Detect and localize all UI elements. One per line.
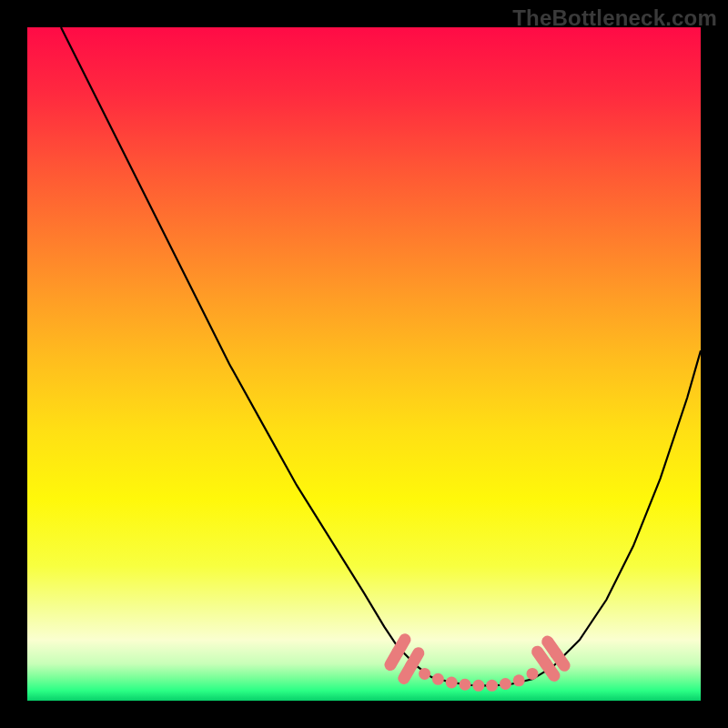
marker-dot — [513, 674, 525, 686]
marker-dot — [419, 668, 430, 680]
marker-dot — [472, 680, 484, 692]
gradient-canvas — [27, 27, 701, 701]
gradient-rect — [27, 27, 701, 701]
plot-area — [27, 27, 701, 701]
marker-dot — [446, 677, 458, 689]
marker-dot — [460, 679, 471, 691]
marker-dot — [500, 678, 511, 690]
watermark-text: TheBottleneck.com — [512, 5, 717, 31]
marker-dot — [432, 673, 444, 685]
marker-dot — [486, 680, 498, 692]
marker-dot — [527, 668, 539, 680]
chart-frame: { "watermark": "TheBottleneck.com", "col… — [0, 0, 728, 728]
